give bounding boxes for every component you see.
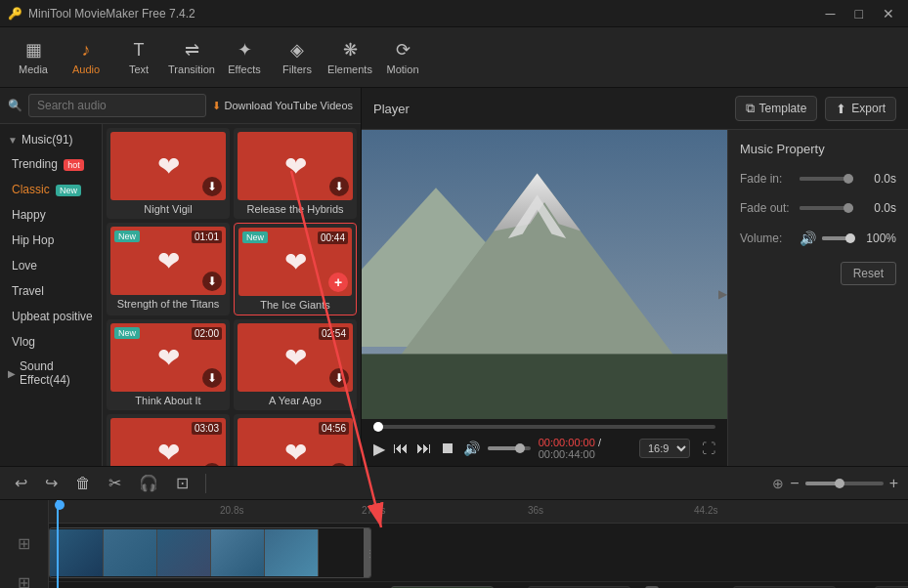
progress-bar[interactable]	[373, 425, 715, 429]
filters-icon: ◈	[290, 39, 304, 61]
music-card-7[interactable]: ❤ 03:03 ⬇	[107, 414, 230, 466]
download-track-button[interactable]: ⬇	[329, 368, 349, 388]
video-track-icon[interactable]: ⊞	[0, 524, 48, 563]
category-travel[interactable]: Travel	[0, 278, 102, 304]
category-love[interactable]: Love	[0, 253, 102, 278]
delete-button[interactable]: 🗑	[70, 472, 96, 495]
category-classic[interactable]: Classic New	[0, 177, 102, 202]
next-button[interactable]: ⏭	[416, 440, 432, 457]
b-roll-track-icon[interactable]: ⊞	[0, 563, 48, 588]
category-list: ▼ Music(91) Trending hot Classic New Hap…	[0, 124, 103, 466]
music-card-ice-giants[interactable]: New ❤ 00:44 + The Ice Giants	[234, 223, 357, 315]
volume-icon: 🔊	[463, 441, 480, 456]
toolbar-media[interactable]: ▦ Media	[8, 31, 59, 84]
category-trending[interactable]: Trending hot	[0, 151, 102, 177]
zoom-out-button[interactable]: −	[790, 475, 799, 492]
music-card-8[interactable]: ❤ 04:56 ⬇	[234, 414, 357, 466]
main-video-clip[interactable]: ⋮	[49, 527, 371, 578]
music-card-strength-titans[interactable]: New ❤ 01:01 ⬇ Strength of the Titans	[107, 223, 230, 315]
toolbar-text[interactable]: T Text	[113, 31, 164, 84]
undo-button[interactable]: ↩	[10, 471, 32, 495]
volume-slider[interactable]	[822, 236, 853, 240]
broll-track: ⇌ ⬇ ⋮ ⇌ ⇌	[49, 582, 908, 588]
play-icon: ❤	[284, 150, 307, 183]
player-controls: ▶ ⏮ ⏭ ⏹ 🔊 00:00:00:00 / 00:00:44:00	[362, 419, 727, 466]
music-card-think-about-it[interactable]: New ❤ 02:00 ⬇ Think About It	[107, 319, 230, 410]
category-upbeat[interactable]: Upbeat positive	[0, 304, 102, 329]
left-panel: 🔍 ⬇ Download YouTube Videos ▼ Music(91) …	[0, 88, 362, 466]
add-to-timeline-button[interactable]: +	[328, 273, 348, 292]
toolbar-effects[interactable]: ✦ Effects	[219, 31, 270, 84]
collapse-icon[interactable]: ▶	[718, 287, 727, 301]
clip-resize-handle[interactable]: ⋮	[364, 528, 371, 578]
toolbar-filters[interactable]: ◈ Filters	[272, 31, 323, 84]
progress-thumb	[373, 422, 383, 432]
download-track-button[interactable]: ⬇	[202, 272, 222, 291]
reset-button[interactable]: Reset	[841, 262, 896, 285]
redo-button[interactable]: ↪	[40, 471, 63, 495]
volume-slider[interactable]	[488, 446, 531, 450]
tracks-container: ⋮ ⇌ ⬇ ⋮ ⇌ ⇌	[49, 524, 908, 588]
music-card-release-hybrids[interactable]: ❤ ⬇ Release the Hybrids	[234, 128, 357, 219]
volume-icon: 🔊	[800, 231, 816, 246]
fullscreen-button[interactable]: ⛶	[702, 441, 715, 456]
motion-icon: ⟳	[396, 39, 411, 61]
video-placeholder	[362, 130, 727, 419]
play-icon: ❤	[157, 437, 180, 467]
control-row: ▶ ⏮ ⏭ ⏹ 🔊 00:00:00:00 / 00:00:44:00	[373, 437, 715, 460]
video-display	[362, 130, 727, 419]
toolbar-audio[interactable]: ♪ Audio	[61, 31, 111, 84]
export-icon: ⬆	[836, 102, 846, 116]
zoom-in-button[interactable]: +	[889, 475, 898, 492]
audio-button[interactable]: 🎧	[134, 471, 163, 495]
toolbar: ▦ Media ♪ Audio T Text ⇌ Transition ✦ Ef…	[0, 27, 908, 88]
fade-in-row: Fade in: 0.0s	[740, 172, 896, 186]
titlebar: 🔑 MiniTool MovieMaker Free 7.4.2 ─ □ ✕	[0, 0, 908, 27]
chevron-down-icon: ▼	[8, 135, 18, 146]
stop-button[interactable]: ⏹	[440, 440, 455, 457]
search-input[interactable]	[28, 94, 206, 117]
download-track-button[interactable]: ⬇	[202, 463, 222, 466]
music-card-night-vigil[interactable]: ❤ ⬇ Night Vigil	[107, 128, 230, 219]
toolbar-elements[interactable]: ❋ Elements	[324, 31, 375, 84]
search-bar: 🔍 ⬇ Download YouTube Videos	[0, 88, 361, 124]
music-property-panel: Music Property Fade in: 0.0s Fade out:	[727, 130, 908, 466]
prev-button[interactable]: ⏮	[393, 440, 409, 457]
media-icon: ▦	[25, 39, 42, 61]
minimize-button[interactable]: ─	[820, 4, 842, 23]
cut-button[interactable]: ✂	[104, 471, 126, 495]
maximize-button[interactable]: □	[849, 4, 869, 23]
fade-in-slider[interactable]	[800, 177, 853, 181]
play-icon: ❤	[284, 342, 307, 374]
crop-button[interactable]: ⊡	[171, 471, 194, 495]
export-button[interactable]: ⬆ Export	[825, 97, 896, 121]
chevron-right-icon: ▶	[8, 368, 16, 379]
template-button[interactable]: ⧉ Template	[735, 96, 818, 121]
music-card-year-ago[interactable]: ❤ 02:54 ⬇ A Year Ago	[234, 319, 357, 410]
video-track: ⋮	[49, 524, 908, 582]
zoom-slider[interactable]	[805, 482, 884, 485]
left-content: ▼ Music(91) Trending hot Classic New Hap…	[0, 124, 361, 466]
close-button[interactable]: ✕	[877, 4, 900, 23]
download-track-button[interactable]: ⬇	[202, 177, 222, 196]
timeline-right-controls: ⊕ − +	[772, 475, 898, 492]
download-track-button[interactable]: ⬇	[329, 177, 349, 196]
sfx-header[interactable]: ▶ Sound Effect(44)	[0, 355, 102, 392]
text-icon: T	[134, 40, 145, 61]
toolbar-separator	[205, 474, 206, 493]
toolbar-transition[interactable]: ⇌ Transition	[166, 31, 217, 84]
toolbar-motion[interactable]: ⟳ Motion	[377, 31, 428, 84]
fade-out-slider[interactable]	[800, 206, 853, 210]
right-panel: Player ⧉ Template ⬆ Export	[362, 88, 908, 466]
music-header[interactable]: ▼ Music(91)	[0, 128, 102, 151]
aspect-ratio-select[interactable]: 16:9 9:16 1:1 4:3	[639, 439, 690, 458]
category-happy[interactable]: Happy	[0, 202, 102, 228]
play-button[interactable]: ▶	[373, 440, 385, 458]
download-youtube-button[interactable]: ⬇ Download YouTube Videos	[212, 100, 354, 112]
download-track-button[interactable]: ⬇	[202, 368, 222, 388]
category-hiphop[interactable]: Hip Hop	[0, 228, 102, 253]
download-track-button[interactable]: ⬇	[329, 463, 349, 466]
category-vlog[interactable]: Vlog	[0, 329, 102, 355]
playhead[interactable]	[57, 500, 59, 588]
video-section: ▶ ⏮ ⏭ ⏹ 🔊 00:00:00:00 / 00:00:44:00	[362, 130, 727, 466]
